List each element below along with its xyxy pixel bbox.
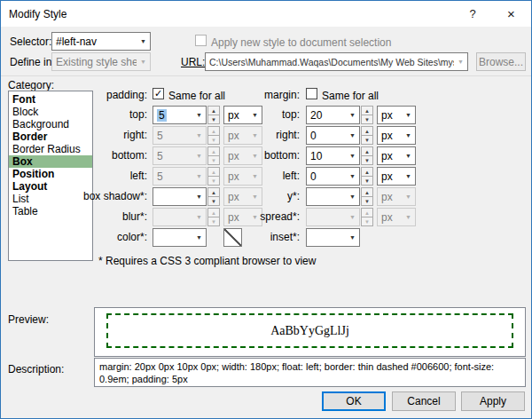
spinner-up-icon[interactable]: ▲: [208, 209, 219, 217]
padding-left-input[interactable]: 5 ▼: [153, 167, 207, 186]
chevron-down-icon[interactable]: ▼: [137, 53, 150, 70]
titlebar[interactable]: Modify Style ? ×: [1, 1, 531, 27]
chevron-down-icon[interactable]: ▼: [137, 33, 150, 50]
chevron-down-icon[interactable]: ▼: [346, 209, 359, 225]
spinner-down-icon[interactable]: ▼: [208, 156, 219, 164]
margin-bottom-unit-combobox[interactable]: px ▼: [377, 146, 416, 165]
spinner-down-icon[interactable]: ▼: [362, 217, 372, 225]
chevron-down-icon[interactable]: ▼: [346, 229, 359, 246]
chevron-down-icon[interactable]: ▼: [454, 53, 467, 70]
chevron-down-icon[interactable]: ▼: [346, 147, 359, 164]
margin-left-spinner[interactable]: ▲ ▼: [361, 167, 373, 186]
box-shadow-blur-input[interactable]: ▼: [153, 208, 207, 226]
spinner-down-icon[interactable]: ▼: [208, 217, 219, 225]
spinner-up-icon[interactable]: ▲: [208, 107, 219, 115]
spinner-up-icon[interactable]: ▲: [208, 168, 219, 177]
padding-top-value: 5: [157, 109, 167, 122]
margin-right-input[interactable]: 0 ▼: [306, 126, 360, 145]
padding-right-input[interactable]: 5 ▼: [153, 126, 207, 145]
spinner-down-icon[interactable]: ▼: [208, 177, 219, 185]
spinner-down-icon[interactable]: ▼: [362, 156, 372, 164]
browse-button[interactable]: Browse...: [476, 52, 526, 71]
box-shadow-spread-unit-combobox[interactable]: px ▼: [377, 208, 416, 226]
spinner-down-icon[interactable]: ▼: [362, 177, 372, 185]
chevron-down-icon[interactable]: ▼: [192, 188, 206, 205]
apply-to-selection-checkbox[interactable]: [195, 35, 207, 46]
box-shadow-inset-input[interactable]: ▼: [306, 228, 360, 247]
spinner-down-icon[interactable]: ▼: [362, 136, 372, 144]
spinner-down-icon[interactable]: ▼: [208, 115, 219, 123]
ok-button[interactable]: OK: [322, 391, 386, 411]
margin-bottom-spinner[interactable]: ▲ ▼: [361, 146, 373, 165]
spinner-up-icon[interactable]: ▲: [362, 147, 372, 156]
box-shadow-spread-input[interactable]: ▼: [306, 208, 360, 226]
padding-bottom-input[interactable]: 5 ▼: [153, 146, 207, 165]
box-shadow-blur-spinner[interactable]: ▲ ▼: [207, 208, 220, 226]
chevron-down-icon[interactable]: ▼: [402, 188, 415, 205]
margin-left-unit-combobox[interactable]: px ▼: [377, 167, 416, 186]
box-shadow-y-input[interactable]: ▼: [306, 187, 360, 206]
define-in-combobox[interactable]: Existing style sheet ▼: [51, 52, 151, 71]
spinner-down-icon[interactable]: ▼: [208, 197, 219, 205]
cancel-button[interactable]: Cancel: [392, 391, 456, 411]
chevron-down-icon[interactable]: ▼: [402, 107, 415, 123]
selector-value: #left-nav: [52, 33, 137, 50]
chevron-down-icon[interactable]: ▼: [192, 127, 206, 144]
margin-same-for-all-checkbox[interactable]: [306, 88, 317, 99]
spinner-down-icon[interactable]: ▼: [362, 197, 372, 205]
padding-right-value: 5: [153, 127, 192, 144]
box-shadow-x-label: box shadow*:: [72, 190, 147, 202]
box-shadow-y-unit-combobox[interactable]: px ▼: [377, 187, 416, 206]
chevron-down-icon[interactable]: ▼: [192, 209, 206, 225]
spinner-up-icon[interactable]: ▲: [362, 107, 372, 115]
spinner-up-icon[interactable]: ▲: [362, 127, 372, 136]
padding-top-label: top:: [72, 108, 147, 121]
chevron-down-icon[interactable]: ▼: [346, 127, 359, 144]
margin-right-unit: px: [378, 127, 402, 144]
spinner-up-icon[interactable]: ▲: [208, 188, 219, 197]
chevron-down-icon[interactable]: ▼: [346, 168, 359, 185]
chevron-down-icon[interactable]: ▼: [402, 147, 415, 164]
padding-same-for-all-checkbox[interactable]: ✓: [153, 88, 164, 99]
chevron-down-icon[interactable]: ▼: [346, 188, 359, 205]
spinner-up-icon[interactable]: ▲: [362, 209, 372, 217]
close-button[interactable]: ×: [491, 1, 531, 27]
color-picker-button[interactable]: [223, 228, 242, 247]
padding-top-spinner[interactable]: ▲ ▼: [207, 106, 220, 124]
padding-top-input[interactable]: 5 ▼: [153, 106, 207, 124]
margin-right-spinner[interactable]: ▲ ▼: [361, 126, 373, 145]
padding-bottom-spinner[interactable]: ▲ ▼: [207, 146, 220, 165]
margin-top-spinner[interactable]: ▲ ▼: [361, 106, 373, 124]
url-combobox[interactable]: C:\Users\Muhammad.Waqas\Documents\My Web…: [205, 52, 468, 71]
box-shadow-x-input[interactable]: ▼: [153, 187, 207, 206]
spinner-up-icon[interactable]: ▲: [362, 168, 372, 177]
chevron-down-icon[interactable]: ▼: [402, 168, 415, 185]
padding-right-spinner[interactable]: ▲ ▼: [207, 126, 220, 145]
chevron-down-icon[interactable]: ▼: [192, 107, 206, 123]
spinner-down-icon[interactable]: ▼: [208, 136, 219, 144]
selector-combobox[interactable]: #left-nav ▼: [51, 32, 151, 51]
margin-bottom-input[interactable]: 10 ▼: [306, 146, 360, 165]
spinner-up-icon[interactable]: ▲: [362, 188, 372, 197]
chevron-down-icon[interactable]: ▼: [402, 127, 415, 144]
margin-top-input[interactable]: 20 ▼: [306, 106, 360, 124]
chevron-down-icon[interactable]: ▼: [346, 107, 359, 123]
chevron-down-icon[interactable]: ▼: [192, 168, 206, 185]
margin-left-input[interactable]: 0 ▼: [306, 167, 360, 186]
box-shadow-x-spinner[interactable]: ▲ ▼: [207, 187, 220, 206]
spinner-up-icon[interactable]: ▲: [208, 127, 219, 136]
chevron-down-icon[interactable]: ▼: [192, 229, 206, 246]
help-button[interactable]: ?: [454, 1, 491, 27]
chevron-down-icon[interactable]: ▼: [402, 209, 415, 225]
box-shadow-color-input[interactable]: ▼: [153, 228, 207, 247]
padding-left-spinner[interactable]: ▲ ▼: [207, 167, 220, 186]
apply-button[interactable]: Apply: [461, 391, 525, 411]
margin-top-unit-combobox[interactable]: px ▼: [377, 106, 416, 124]
chevron-down-icon[interactable]: ▼: [192, 147, 206, 164]
box-shadow-y-spinner[interactable]: ▲ ▼: [361, 187, 373, 206]
spinner-down-icon[interactable]: ▼: [362, 115, 372, 123]
box-shadow-spread-spinner[interactable]: ▲ ▼: [361, 208, 373, 226]
box-shadow-spread-unit: px: [378, 209, 402, 225]
margin-right-unit-combobox[interactable]: px ▼: [377, 126, 416, 145]
spinner-up-icon[interactable]: ▲: [208, 147, 219, 156]
